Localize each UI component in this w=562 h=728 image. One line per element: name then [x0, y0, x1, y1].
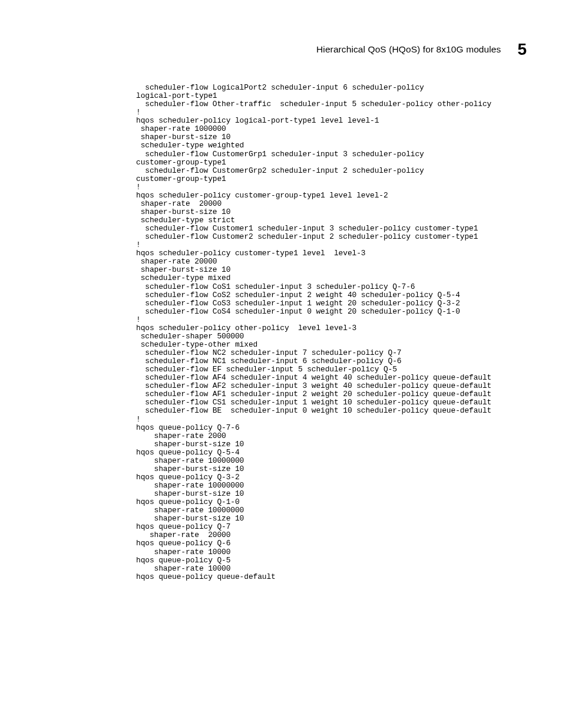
- config-code-block: scheduler-flow LogicalPort2 scheduler-in…: [45, 84, 527, 581]
- chapter-number: 5: [517, 41, 527, 58]
- page-header: Hierarchical QoS (HQoS) for 8x10G module…: [45, 41, 527, 58]
- document-page: Hierarchical QoS (HQoS) for 8x10G module…: [0, 0, 562, 728]
- header-title: Hierarchical QoS (HQoS) for 8x10G module…: [316, 44, 501, 55]
